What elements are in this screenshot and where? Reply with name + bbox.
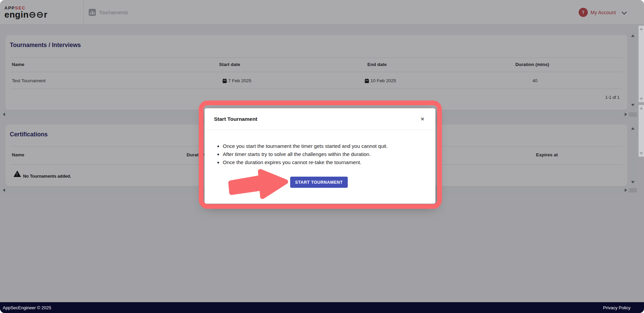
footer-bar: AppSecEngineer © 2025 Privacy Policy (0, 302, 644, 313)
instruction-item: Once you start the tournament the timer … (223, 142, 388, 150)
dialog-instructions-list: Once you start the tournament the timer … (217, 142, 388, 166)
scroll-down-arrow-icon[interactable] (640, 152, 643, 155)
scroll-down-arrow-icon[interactable] (640, 98, 643, 100)
instruction-item: Once the duration expires you cannot re-… (223, 158, 388, 166)
start-tournament-dialog: Start Tournament ✕ Once you start the to… (205, 108, 435, 204)
start-tournament-button[interactable]: START TOURNAMENT (290, 177, 348, 188)
page-scrollbar[interactable] (639, 26, 644, 102)
instruction-item: After timer starts try to solve all the … (223, 150, 388, 158)
footer-copyright: AppSecEngineer © 2025 (3, 305, 51, 310)
app-window: APPSEC engin⊖⊖r Tournaments T My Account… (0, 0, 644, 313)
dialog-header: Start Tournament ✕ (205, 108, 435, 130)
privacy-policy-link[interactable]: Privacy Policy (603, 305, 630, 310)
page-scrollbar[interactable] (639, 105, 644, 157)
scroll-up-arrow-icon[interactable] (640, 107, 643, 109)
close-icon[interactable]: ✕ (420, 115, 425, 123)
dialog-title: Start Tournament (214, 116, 257, 122)
scroll-up-arrow-icon[interactable] (640, 28, 643, 30)
